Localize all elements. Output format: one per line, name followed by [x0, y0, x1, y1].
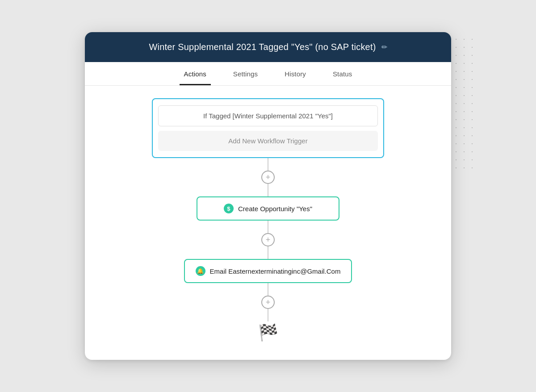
tab-history[interactable]: History — [280, 62, 310, 85]
connector-3: + — [261, 283, 275, 321]
connector-line-1 — [268, 158, 268, 171]
action-node-create-opportunity[interactable]: $ Create Opportunity "Yes" — [197, 196, 339, 221]
connector-line-3b — [268, 309, 268, 321]
edit-icon[interactable]: ✏ — [381, 43, 387, 51]
finish-flag: 🏁 — [258, 323, 278, 342]
action-node-label-2: Email Easternexterminatinginc@Gmail.Com — [210, 267, 341, 275]
tabs-bar: Actions Settings History Status — [85, 62, 451, 86]
tab-settings[interactable]: Settings — [229, 62, 262, 85]
connector-2: + — [261, 221, 275, 259]
main-card: Winter Supplemental 2021 Tagged "Yes" (n… — [85, 32, 451, 360]
bell-icon: 🔔 — [196, 266, 205, 276]
connector-line-2 — [268, 221, 268, 233]
connector-line-3 — [268, 283, 268, 296]
add-step-button-2[interactable]: + — [261, 233, 275, 246]
trigger-condition[interactable]: If Tagged [Winter Supplemental 2021 "Yes… — [158, 105, 378, 126]
add-trigger-button[interactable]: Add New Workflow Trigger — [158, 131, 378, 151]
connector-1: + — [261, 158, 275, 196]
dollar-icon: $ — [224, 204, 234, 213]
connector-line-1b — [268, 184, 268, 196]
tab-actions[interactable]: Actions — [180, 62, 211, 85]
trigger-box: If Tagged [Winter Supplemental 2021 "Yes… — [152, 98, 384, 158]
connector-line-2b — [268, 246, 268, 259]
tab-status[interactable]: Status — [328, 62, 356, 85]
add-step-button-1[interactable]: + — [261, 171, 275, 184]
action-node-label-1: Create Opportunity "Yes" — [238, 205, 312, 213]
add-step-button-3[interactable]: + — [261, 296, 275, 309]
action-node-email[interactable]: 🔔 Email Easternexterminatinginc@Gmail.Co… — [184, 259, 352, 283]
card-header: Winter Supplemental 2021 Tagged "Yes" (n… — [85, 32, 451, 62]
content-area: If Tagged [Winter Supplemental 2021 "Yes… — [85, 86, 451, 360]
card-title: Winter Supplemental 2021 Tagged "Yes" (n… — [149, 42, 376, 52]
outer-wrapper: Winter Supplemental 2021 Tagged "Yes" (n… — [67, 26, 469, 366]
